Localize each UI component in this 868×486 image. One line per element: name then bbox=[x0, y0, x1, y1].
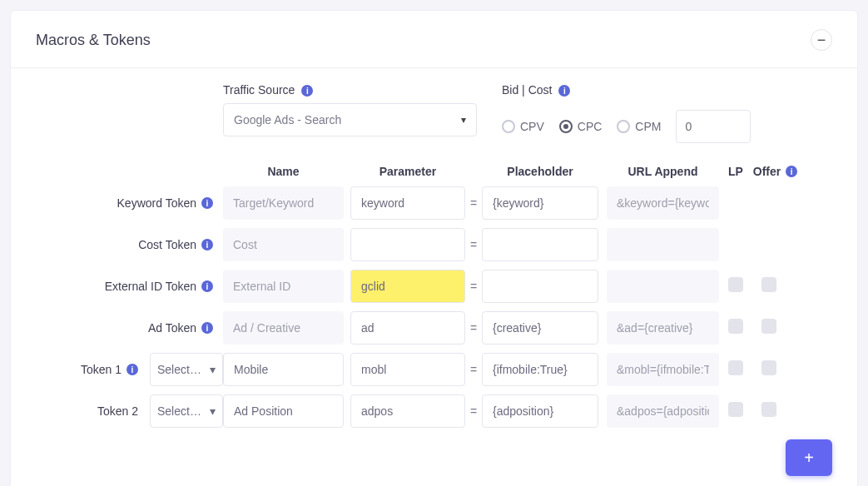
token-name-input[interactable] bbox=[223, 394, 344, 428]
token-row: Token 2Select…▾= bbox=[36, 394, 832, 428]
token-row: Cost Tokeni= bbox=[36, 228, 832, 261]
token-urlappend-output bbox=[607, 394, 719, 428]
token-placeholder-input[interactable] bbox=[482, 228, 598, 261]
radio-cpm[interactable]: CPM bbox=[617, 120, 661, 133]
token-name-input[interactable] bbox=[223, 353, 344, 386]
token-placeholder-input[interactable] bbox=[482, 353, 598, 386]
header-urlappend: URL Append bbox=[607, 165, 719, 178]
header-parameter: Parameter bbox=[350, 165, 465, 178]
add-token-button[interactable]: + bbox=[786, 439, 832, 476]
offer-checkbox[interactable] bbox=[761, 277, 776, 292]
token-type-select[interactable]: Select…▾ bbox=[150, 394, 223, 428]
token-urlappend-output bbox=[607, 353, 719, 386]
traffic-source-block: Traffic Source i Google Ads - Search ▾ bbox=[223, 83, 477, 136]
info-icon[interactable]: i bbox=[786, 166, 797, 177]
chevron-down-icon: ▾ bbox=[210, 404, 216, 418]
info-icon[interactable]: i bbox=[201, 280, 213, 292]
token-parameter-input[interactable] bbox=[350, 394, 465, 428]
info-icon[interactable]: i bbox=[201, 197, 213, 209]
grid-headers: Name Parameter Placeholder URL Append LP… bbox=[36, 165, 832, 178]
offer-checkbox[interactable] bbox=[761, 319, 776, 334]
traffic-source-label: Traffic Source i bbox=[223, 83, 477, 97]
token-urlappend-output bbox=[607, 186, 719, 220]
row-label: Keyword Tokeni bbox=[36, 196, 223, 210]
token-parameter-input[interactable] bbox=[350, 270, 465, 303]
token-placeholder-input[interactable] bbox=[482, 186, 598, 220]
token-name-input bbox=[223, 270, 344, 303]
top-controls: Traffic Source i Google Ads - Search ▾ B… bbox=[36, 83, 832, 143]
header-offer: Offer i bbox=[752, 165, 798, 178]
panel-body: Traffic Source i Google Ads - Search ▾ B… bbox=[11, 68, 857, 486]
equals-sign: = bbox=[465, 404, 482, 418]
equals-sign: = bbox=[465, 321, 482, 335]
plus-icon: + bbox=[804, 449, 814, 468]
radio-cpv[interactable]: CPV bbox=[502, 120, 544, 133]
info-icon[interactable]: i bbox=[201, 239, 213, 250]
lp-checkbox[interactable] bbox=[728, 402, 743, 417]
row-label: Token 1i bbox=[39, 363, 143, 376]
offer-checkbox[interactable] bbox=[761, 360, 776, 375]
token-parameter-input[interactable] bbox=[350, 228, 465, 261]
panel-title: Macros & Tokens bbox=[36, 32, 151, 49]
header-name: Name bbox=[223, 165, 344, 178]
traffic-source-select[interactable]: Google Ads - Search ▾ bbox=[223, 103, 477, 136]
token-name-input bbox=[223, 311, 344, 345]
row-label: Ad Tokeni bbox=[36, 321, 223, 335]
info-icon[interactable]: i bbox=[201, 322, 213, 334]
chevron-down-icon: ▾ bbox=[461, 114, 466, 126]
chevron-down-icon: ▾ bbox=[210, 363, 216, 376]
token-urlappend-output bbox=[607, 228, 719, 261]
row-label: Cost Tokeni bbox=[36, 238, 223, 251]
token-placeholder-input[interactable] bbox=[482, 311, 598, 345]
bid-cost-options: CPV CPC CPM bbox=[502, 110, 751, 143]
equals-sign: = bbox=[465, 238, 482, 251]
token-placeholder-input[interactable] bbox=[482, 270, 598, 303]
minus-icon: − bbox=[817, 32, 826, 47]
token-parameter-input[interactable] bbox=[350, 311, 465, 345]
token-name-input bbox=[223, 186, 344, 220]
bid-cost-input[interactable] bbox=[676, 110, 751, 143]
bid-cost-label: Bid | Cost i bbox=[502, 83, 751, 97]
equals-sign: = bbox=[465, 280, 482, 293]
token-row: Keyword Tokeni= bbox=[36, 186, 832, 220]
tokens-grid: Name Parameter Placeholder URL Append LP… bbox=[36, 165, 832, 476]
token-urlappend-output bbox=[607, 311, 719, 345]
header-placeholder: Placeholder bbox=[482, 165, 598, 178]
macros-tokens-panel: Macros & Tokens − Traffic Source i Googl… bbox=[10, 10, 858, 486]
panel-header: Macros & Tokens − bbox=[11, 11, 857, 68]
info-icon[interactable]: i bbox=[126, 364, 138, 375]
token-parameter-input[interactable] bbox=[350, 353, 465, 386]
offer-checkbox[interactable] bbox=[761, 402, 776, 417]
header-lp: LP bbox=[719, 165, 752, 178]
lp-checkbox[interactable] bbox=[728, 319, 743, 334]
token-type-select[interactable]: Select…▾ bbox=[150, 353, 223, 386]
row-label: Token 2 bbox=[39, 404, 143, 418]
lp-checkbox[interactable] bbox=[728, 277, 743, 292]
token-parameter-input[interactable] bbox=[350, 186, 465, 220]
bid-cost-block: Bid | Cost i CPV CPC CPM bbox=[502, 83, 751, 143]
token-row: Ad Tokeni= bbox=[36, 311, 832, 345]
info-icon[interactable]: i bbox=[558, 85, 570, 97]
info-icon[interactable]: i bbox=[301, 85, 313, 97]
token-name-input bbox=[223, 228, 344, 261]
token-row: Token 1iSelect…▾= bbox=[36, 353, 832, 386]
equals-sign: = bbox=[465, 363, 482, 376]
collapse-button[interactable]: − bbox=[811, 29, 832, 51]
row-label: External ID Tokeni bbox=[36, 280, 223, 293]
equals-sign: = bbox=[465, 196, 482, 210]
token-urlappend-output bbox=[607, 270, 719, 303]
lp-checkbox[interactable] bbox=[728, 360, 743, 375]
token-row: External ID Tokeni= bbox=[36, 270, 832, 303]
token-placeholder-input[interactable] bbox=[482, 394, 598, 428]
radio-cpc[interactable]: CPC bbox=[559, 120, 603, 133]
